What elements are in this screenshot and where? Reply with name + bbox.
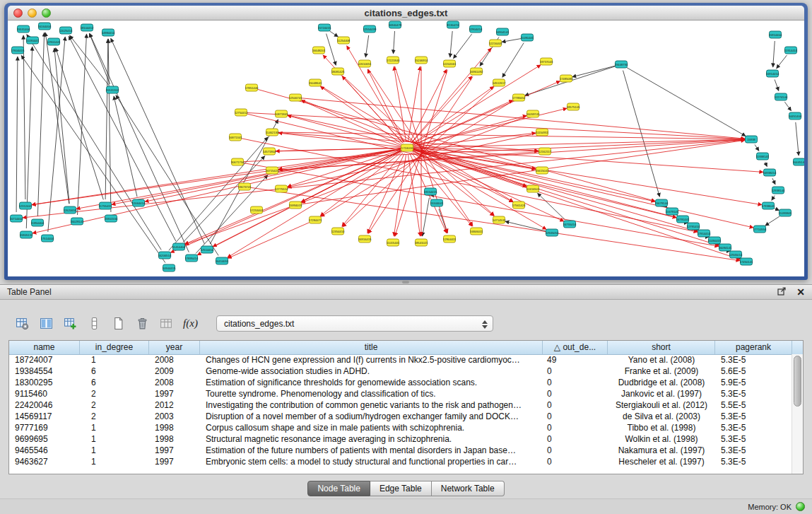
graph-edge[interactable] bbox=[408, 154, 420, 236]
graph-node[interactable]: 15938 bbox=[746, 136, 758, 143]
graph-edge[interactable] bbox=[502, 39, 521, 42]
graph-edge[interactable] bbox=[251, 187, 740, 260]
graph-node[interactable]: 19448794 bbox=[615, 61, 628, 68]
column-header-year[interactable]: year bbox=[149, 341, 200, 354]
graph-edge[interactable] bbox=[105, 39, 108, 199]
graph-node[interactable]: 17851440 bbox=[245, 84, 259, 91]
graph-edge[interactable] bbox=[408, 66, 420, 141]
graph-node[interactable]: 11755415 bbox=[99, 202, 112, 209]
graph-node[interactable]: 15344041 bbox=[430, 199, 444, 206]
graph-node[interactable]: 11414404 bbox=[172, 243, 186, 250]
graph-edge[interactable] bbox=[627, 68, 746, 136]
table-row[interactable]: 1456911722003Disruption of a novel membe… bbox=[9, 411, 792, 422]
graph-node[interactable]: 15724415 bbox=[318, 24, 331, 31]
graph-edge[interactable] bbox=[45, 33, 69, 204]
table-row[interactable]: 977716911998Corpus callosum shape and si… bbox=[9, 422, 792, 433]
graph-node[interactable]: 16940478 bbox=[389, 21, 402, 28]
graph-node[interactable]: 11462130 bbox=[266, 129, 279, 136]
table-row[interactable]: 946554611997Estimation of the future num… bbox=[9, 445, 792, 456]
graph-node[interactable]: 15615041 bbox=[536, 167, 549, 174]
graph-node[interactable]: 15901534 bbox=[105, 215, 118, 222]
new-table-icon[interactable] bbox=[109, 314, 128, 333]
graph-edge[interactable] bbox=[453, 34, 471, 59]
graph-edge[interactable] bbox=[247, 113, 745, 139]
graph-node[interactable]: 30671750 bbox=[231, 158, 245, 165]
tab-edge-table[interactable]: Edge Table bbox=[370, 481, 432, 496]
graph-edge[interactable] bbox=[258, 89, 656, 201]
graph-node[interactable]: 1724016 bbox=[401, 144, 413, 151]
graph-edge[interactable] bbox=[21, 55, 165, 262]
graph-node[interactable]: 12202061 bbox=[443, 60, 457, 67]
function-builder-icon[interactable]: f(x) bbox=[181, 314, 200, 333]
graph-edge[interactable] bbox=[775, 80, 779, 91]
graph-edge[interactable] bbox=[76, 149, 401, 209]
table-row[interactable]: 1872400712008Changes of HCN gene express… bbox=[9, 354, 792, 366]
tab-network-table[interactable]: Network Table bbox=[432, 481, 505, 496]
graph-edge[interactable] bbox=[411, 76, 472, 144]
graph-node[interactable]: 12274144 bbox=[775, 93, 788, 100]
graph-node[interactable]: 17253402 bbox=[250, 206, 264, 214]
tab-node-table[interactable]: Node Table bbox=[307, 481, 370, 496]
table-settings-icon[interactable] bbox=[13, 314, 32, 333]
graph-node[interactable]: 16914414 bbox=[766, 70, 779, 77]
table-row[interactable]: 1938455462009Genome-wide association stu… bbox=[9, 366, 792, 377]
graph-edge[interactable] bbox=[185, 207, 290, 245]
graph-node[interactable]: 15246914 bbox=[415, 57, 428, 64]
graph-edge[interactable] bbox=[413, 149, 753, 228]
graph-node[interactable]: 18104412 bbox=[81, 24, 94, 31]
graph-edge[interactable] bbox=[288, 140, 745, 188]
graph-node[interactable]: 16904141 bbox=[496, 28, 510, 35]
graph-node[interactable]: 11679141 bbox=[666, 208, 679, 215]
graph-node[interactable]: 15994015 bbox=[289, 201, 302, 209]
graph-edge[interactable] bbox=[16, 57, 18, 212]
table-row[interactable]: 911546021997Tourette syndrome. Phenomeno… bbox=[9, 388, 792, 399]
graph-node[interactable]: 17284471 bbox=[309, 216, 322, 223]
graph-edge[interactable] bbox=[777, 55, 787, 69]
graph-edge[interactable] bbox=[413, 150, 698, 232]
graph-node[interactable]: 16715421 bbox=[266, 167, 279, 174]
graph-node[interactable]: 12754412 bbox=[235, 109, 248, 116]
graph-edge[interactable] bbox=[116, 95, 218, 256]
graph-node[interactable]: 16206514 bbox=[158, 252, 172, 259]
graph-node[interactable]: 16059741 bbox=[526, 110, 540, 117]
column-header-in_degree[interactable]: in_degree bbox=[80, 341, 149, 354]
graph-edge[interactable] bbox=[765, 216, 780, 226]
graph-node[interactable]: 16164404 bbox=[38, 23, 52, 30]
graph-node[interactable]: 19737043 bbox=[540, 58, 553, 65]
graph-edge[interactable] bbox=[108, 39, 111, 212]
graph-node[interactable]: 11854404 bbox=[31, 219, 45, 226]
graph-node[interactable]: 17785652 bbox=[512, 94, 526, 101]
graph-node[interactable]: 16445140 bbox=[793, 158, 804, 165]
column-header-title[interactable]: title bbox=[200, 341, 543, 354]
graph-node[interactable]: 11938141 bbox=[756, 153, 770, 160]
edit-table-icon[interactable] bbox=[61, 314, 80, 333]
graph-node[interactable]: 11090441 bbox=[521, 34, 534, 41]
graph-edge[interactable] bbox=[276, 139, 745, 151]
graph-edge[interactable] bbox=[343, 87, 495, 227]
graph-node[interactable]: 12904414 bbox=[469, 25, 483, 33]
graph-node[interactable]: 15679144 bbox=[655, 199, 669, 206]
table-row[interactable]: 946362711997Embryonic stem cells: a mode… bbox=[9, 456, 792, 467]
graph-node[interactable]: 17450141 bbox=[740, 258, 753, 265]
graph-node[interactable]: 12216405 bbox=[489, 40, 502, 47]
graph-edge[interactable] bbox=[26, 47, 32, 228]
column-header-short[interactable]: short bbox=[608, 341, 715, 354]
import-table-icon[interactable] bbox=[157, 314, 176, 333]
graph-node[interactable]: 16846011 bbox=[470, 228, 483, 235]
graph-node[interactable]: 12620655 bbox=[64, 206, 77, 214]
graph-node[interactable]: 12354410 bbox=[331, 228, 345, 235]
graph-node[interactable]: 12791414 bbox=[687, 223, 700, 230]
graph-node[interactable]: 18575105 bbox=[567, 103, 580, 110]
graph-node[interactable]: 11094415 bbox=[708, 237, 722, 244]
graph-node[interactable]: 11154911 bbox=[536, 129, 548, 136]
graph-node[interactable]: 17710554 bbox=[753, 226, 767, 233]
graph-edge[interactable] bbox=[439, 209, 447, 233]
graph-node[interactable]: 10871841 bbox=[275, 110, 288, 117]
graph-edge[interactable] bbox=[412, 152, 494, 216]
graph-node[interactable]: 18081425 bbox=[331, 68, 345, 75]
graph-edge[interactable] bbox=[394, 31, 395, 54]
graph-edge[interactable] bbox=[210, 119, 278, 244]
graph-node[interactable]: 16938414 bbox=[763, 169, 777, 176]
graph-edge[interactable] bbox=[89, 33, 110, 83]
graph-node[interactable]: 12064414 bbox=[132, 199, 146, 206]
